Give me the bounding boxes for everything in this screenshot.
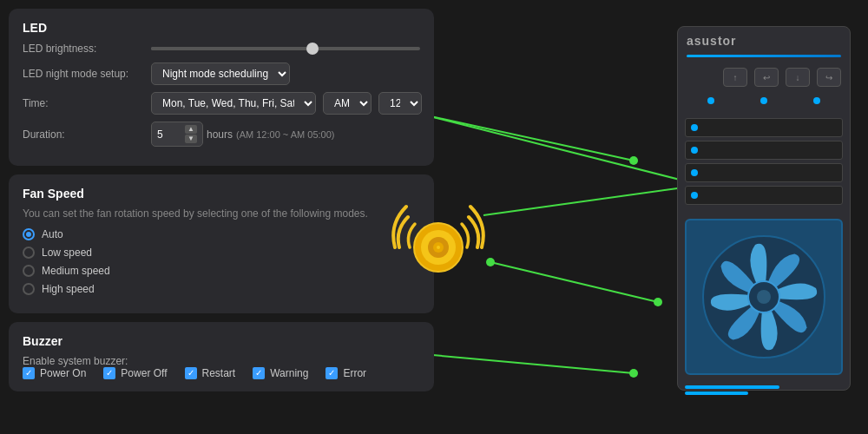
buzzer-card: Buzzer Enable system buzzer: ✓ Power On …	[9, 322, 434, 391]
fan-high-label: High speed	[42, 283, 95, 295]
fan-low-row: Low speed	[23, 247, 420, 259]
fan-auto-row: Auto	[23, 228, 420, 240]
led-card: LED LED brightness: LED night mode setup…	[9, 9, 434, 166]
svg-point-18	[437, 246, 440, 249]
checkmark-power-off: ✓	[106, 369, 113, 378]
checkbox-restart-label: Restart	[202, 367, 236, 379]
checkmark-restart: ✓	[187, 369, 194, 378]
slider-thumb[interactable]	[306, 43, 319, 55]
nas-drive-slot-3	[685, 163, 843, 182]
checkmark-power-on: ✓	[25, 369, 32, 378]
fan-auto-radio[interactable]	[23, 228, 35, 240]
checkbox-error-label: Error	[343, 367, 366, 379]
nas-led-2	[760, 97, 767, 104]
buzzer-icon-visual	[382, 191, 495, 304]
checkbox-error-box[interactable]: ✓	[326, 367, 338, 379]
fan-medium-label: Medium speed	[42, 265, 110, 277]
svg-point-21	[757, 290, 771, 304]
checkmark-warning: ✓	[255, 369, 262, 378]
fan-high-radio[interactable]	[23, 283, 35, 295]
nas-drive-slots	[678, 111, 850, 212]
duration-input: 5 ▲ ▼ hours (AM 12:00 ~ AM 05:00)	[151, 122, 334, 147]
fan-description: You can set the fan rotation speed by se…	[23, 207, 420, 220]
hours-label: hours	[207, 128, 233, 141]
checkbox-power-on: ✓ Power On	[23, 367, 86, 379]
buzzer-checkboxes: ✓ Power On ✓ Power Off ✓ Restart	[23, 367, 366, 379]
fan-low-label: Low speed	[42, 247, 92, 259]
ampm-select[interactable]: AM PM	[323, 92, 372, 115]
drive-led-4	[691, 192, 698, 199]
checkbox-error: ✓ Error	[326, 367, 366, 379]
checkbox-warning-box[interactable]: ✓	[253, 367, 265, 379]
fan-low-radio[interactable]	[23, 247, 35, 259]
fan-high-row: High speed	[23, 283, 420, 295]
duration-spinners: ▲ ▼	[185, 125, 197, 143]
checkmark-error: ✓	[328, 369, 335, 378]
time-label: Time:	[23, 97, 144, 109]
checkbox-power-on-label: Power On	[40, 367, 86, 379]
time-row: Time: Mon, Tue, Wed, Thu, Fri, Sat, ... …	[23, 92, 420, 115]
led-title: LED	[23, 21, 420, 35]
svg-line-11	[423, 354, 634, 373]
nas-drive-slot-1	[685, 118, 843, 137]
duration-label: Duration:	[23, 128, 144, 141]
drive-led-3	[691, 169, 698, 176]
nas-status-bar	[678, 382, 850, 398]
left-panel: LED LED brightness: LED night mode setup…	[9, 9, 434, 400]
fan-medium-row: Medium speed	[23, 265, 420, 277]
nas-btn-arrow-down[interactable]: ↓	[786, 68, 810, 87]
checkbox-power-off-label: Power Off	[121, 367, 167, 379]
duration-value: 5	[157, 128, 163, 141]
nas-leds	[678, 94, 850, 108]
checkbox-warning: ✓ Warning	[253, 367, 308, 379]
fan-medium-radio[interactable]	[23, 265, 35, 277]
drive-led-1	[691, 124, 698, 131]
slider-fill	[151, 47, 312, 50]
nas-body: asustor ↑ ↩ ↓ ↪	[677, 26, 851, 391]
radio-dot	[26, 232, 31, 237]
nas-brand-strip	[687, 55, 841, 57]
buzzer-enable-label: Enable system buzzer:	[23, 355, 135, 367]
checkbox-power-off-box[interactable]: ✓	[103, 367, 115, 379]
nas-led-1	[707, 97, 714, 104]
night-mode-select[interactable]: Night mode scheduling Always on Always o…	[151, 62, 290, 85]
checkbox-restart-box[interactable]: ✓	[185, 367, 197, 379]
duration-box[interactable]: 5 ▲ ▼	[151, 122, 203, 147]
days-select[interactable]: Mon, Tue, Wed, Thu, Fri, Sat, ...	[151, 92, 316, 115]
fan-auto-label: Auto	[42, 228, 63, 240]
fan-card: Fan Speed You can set the fan rotation s…	[9, 174, 434, 313]
brightness-slider-container[interactable]	[151, 42, 420, 56]
checkbox-power-on-box[interactable]: ✓	[23, 367, 35, 379]
night-mode-row: LED night mode setup: Night mode schedul…	[23, 62, 420, 85]
checkbox-warning-label: Warning	[270, 367, 308, 379]
duration-row: Duration: 5 ▲ ▼ hours (AM 12:00 ~ AM 05:…	[23, 122, 420, 147]
nas-top-buttons: ↑ ↩ ↓ ↪	[678, 64, 850, 94]
brightness-label: LED brightness:	[23, 43, 144, 55]
nas-status-line-2	[685, 391, 748, 395]
buzzer-title: Buzzer	[23, 334, 420, 348]
hour-select[interactable]: 12 1 2	[378, 92, 422, 115]
duration-up[interactable]: ▲	[185, 125, 197, 134]
nas-btn-back[interactable]: ↩	[754, 68, 779, 87]
drive-led-2	[691, 147, 698, 154]
nas-status-line-1	[685, 385, 779, 389]
night-mode-label: LED night mode setup:	[23, 68, 144, 80]
buzzer-svg	[382, 191, 495, 304]
duration-down[interactable]: ▼	[185, 135, 197, 143]
svg-line-3	[423, 115, 634, 161]
nas-device: asustor ↑ ↩ ↓ ↪	[625, 26, 851, 399]
nas-fan-area	[685, 219, 843, 375]
slider-track	[151, 47, 420, 50]
nas-drive-slot-4	[685, 186, 843, 205]
nas-brand: asustor	[678, 27, 850, 55]
nas-led-3	[813, 97, 820, 104]
brightness-row: LED brightness:	[23, 42, 420, 56]
nas-drive-slot-2	[685, 141, 843, 160]
nas-btn-arrow-up[interactable]: ↑	[723, 68, 747, 87]
buzzer-row: Enable system buzzer: ✓ Power On ✓ Power…	[23, 355, 420, 379]
time-range: (AM 12:00 ~ AM 05:00)	[236, 129, 334, 140]
fan-title: Fan Speed	[23, 187, 420, 201]
checkbox-restart: ✓ Restart	[185, 367, 236, 379]
nas-btn-enter[interactable]: ↪	[817, 68, 841, 87]
checkbox-power-off: ✓ Power Off	[103, 367, 167, 379]
